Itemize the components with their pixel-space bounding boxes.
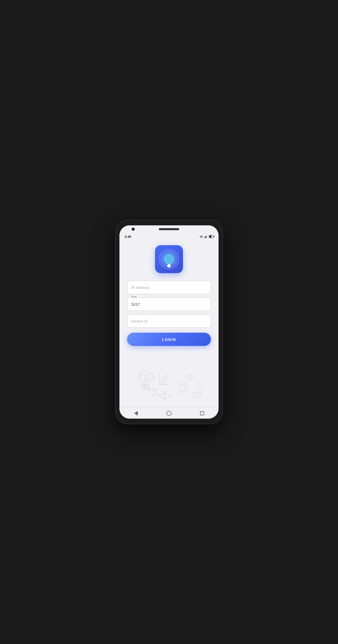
svg-rect-19 — [180, 383, 186, 393]
device-id-wrapper — [127, 314, 211, 328]
svg-text:0 0 0 0: 0 0 0 0 — [142, 385, 149, 387]
bg-illustration: 0 1 0 1 0 0 0 0 1 0 1 1 — [127, 354, 211, 407]
svg-line-34 — [154, 394, 157, 396]
app-icon-inner — [158, 248, 180, 271]
nav-recents-button[interactable] — [198, 410, 206, 417]
status-bar: 2:49 — [119, 233, 219, 240]
svg-rect-3 — [206, 235, 207, 238]
status-icons — [199, 235, 213, 238]
arc-inner — [164, 254, 174, 264]
wifi-icon — [199, 235, 203, 238]
svg-rect-31 — [149, 390, 154, 396]
ip-address-wrapper — [127, 281, 211, 294]
svg-line-27 — [165, 392, 170, 396]
nav-home-button[interactable] — [165, 410, 173, 417]
svg-line-29 — [159, 396, 165, 399]
nav-back-button[interactable] — [132, 410, 140, 417]
svg-point-17 — [187, 374, 193, 380]
svg-rect-1 — [205, 236, 206, 238]
port-input[interactable] — [127, 298, 211, 311]
ip-address-input[interactable] — [127, 281, 211, 294]
front-camera — [132, 228, 135, 231]
app-icon-wrapper — [155, 245, 183, 273]
svg-rect-2 — [206, 236, 206, 238]
device-id-input[interactable] — [127, 314, 211, 328]
phone-screen: 2:49 — [119, 225, 219, 419]
svg-rect-0 — [204, 237, 205, 238]
status-time: 2:49 — [125, 235, 131, 239]
form-container: Port LOGIN — [127, 281, 211, 346]
svg-point-4 — [139, 371, 154, 381]
port-wrapper: Port — [127, 298, 211, 311]
battery-icon — [209, 235, 213, 238]
svg-line-32 — [149, 388, 151, 390]
back-icon — [134, 411, 138, 416]
arc-dot — [167, 264, 171, 268]
login-button[interactable]: LOGIN — [127, 333, 211, 346]
port-label: Port — [130, 295, 138, 299]
screen-content: Port LOGIN 0 1 0 1 — [119, 240, 219, 407]
signal-icon — [204, 235, 208, 238]
speaker — [159, 228, 179, 230]
bottom-nav — [119, 407, 219, 419]
svg-text:1 0 1 1: 1 0 1 1 — [142, 388, 149, 390]
svg-text:0 1 0 1: 0 1 0 1 — [142, 383, 149, 385]
svg-line-26 — [159, 392, 165, 396]
recents-icon — [200, 411, 204, 415]
app-icon — [155, 245, 183, 273]
svg-line-28 — [165, 396, 170, 399]
notch-bar — [119, 225, 219, 233]
svg-line-33 — [154, 388, 157, 390]
svg-point-18 — [188, 376, 191, 379]
svg-point-38 — [197, 383, 201, 387]
home-icon — [166, 411, 172, 416]
phone-frame: 2:49 — [116, 220, 222, 424]
